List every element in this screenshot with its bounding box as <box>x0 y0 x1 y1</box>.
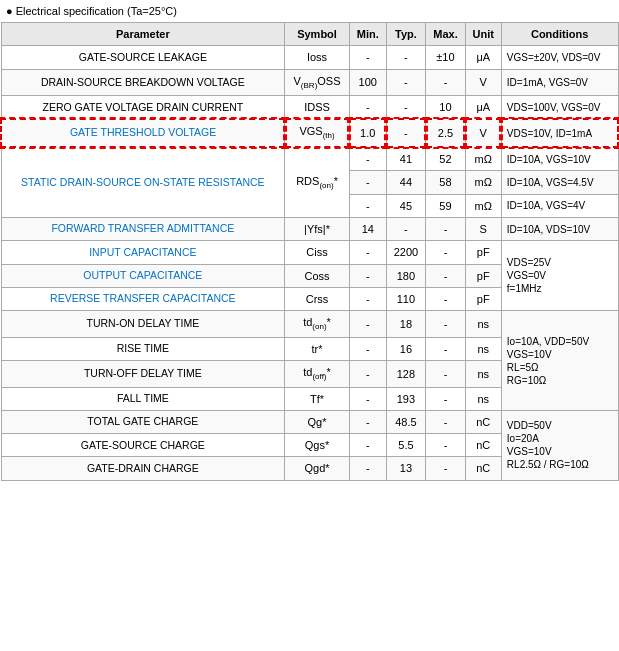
max-cell: - <box>426 434 466 457</box>
table-header-row: Parameter Symbol Min. Typ. Max. Unit Con… <box>1 23 618 46</box>
param-cell: GATE-SOURCE LEAKAGE <box>1 46 285 69</box>
symbol-cell: Qgs* <box>285 434 350 457</box>
symbol-cell: tr* <box>285 337 350 360</box>
col-unit: Unit <box>465 23 501 46</box>
symbol-cell: VGS(th) <box>285 119 350 147</box>
typ-cell: 180 <box>386 264 426 287</box>
unit-cell: μA <box>465 46 501 69</box>
col-parameter: Parameter <box>1 23 285 46</box>
max-cell: - <box>426 241 466 264</box>
conditions-cell: Io=10A, VDD=50VVGS=10VRL=5ΩRG=10Ω <box>501 311 618 411</box>
unit-cell: pF <box>465 264 501 287</box>
conditions-cell: VDS=100V, VGS=0V <box>501 96 618 120</box>
param-cell: INPUT CAPACITANCE <box>1 241 285 264</box>
min-cell: - <box>349 434 386 457</box>
min-cell: - <box>349 311 386 338</box>
min-cell: - <box>349 457 386 480</box>
max-cell: - <box>426 337 466 360</box>
typ-cell: 2200 <box>386 241 426 264</box>
unit-cell: V <box>465 69 501 96</box>
col-max: Max. <box>426 23 466 46</box>
param-cell: DRAIN-SOURCE BREAKDOWN VOLTAGE <box>1 69 285 96</box>
col-typ: Typ. <box>386 23 426 46</box>
min-cell: - <box>349 194 386 217</box>
min-cell: 100 <box>349 69 386 96</box>
unit-cell: pF <box>465 241 501 264</box>
max-cell: 52 <box>426 147 466 171</box>
table-row: DRAIN-SOURCE BREAKDOWN VOLTAGEV(BR)OSS10… <box>1 69 618 96</box>
min-cell: - <box>349 147 386 171</box>
unit-cell: V <box>465 119 501 147</box>
max-cell: - <box>426 69 466 96</box>
symbol-cell: Qg* <box>285 410 350 433</box>
symbol-cell: IDSS <box>285 96 350 120</box>
param-cell: TURN-OFF DELAY TIME <box>1 361 285 388</box>
typ-cell: 44 <box>386 171 426 194</box>
unit-cell: ns <box>465 387 501 410</box>
symbol-cell: td(on)* <box>285 311 350 338</box>
min-cell: - <box>349 171 386 194</box>
header-text: ● Electrical specification (Ta=25°C) <box>0 0 619 22</box>
conditions-cell: ID=10A, VGS=10V <box>501 147 618 171</box>
min-cell: - <box>349 410 386 433</box>
unit-cell: pF <box>465 287 501 310</box>
conditions-cell: ID=10A, VDS=10V <box>501 217 618 240</box>
symbol-cell: Ioss <box>285 46 350 69</box>
unit-cell: nC <box>465 410 501 433</box>
param-cell: STATIC DRAIN-SOURCE ON-STATE RESISTANCE <box>1 147 285 217</box>
min-cell: - <box>349 241 386 264</box>
table-row: INPUT CAPACITANCECiss-2200-pFVDS=25VVGS=… <box>1 241 618 264</box>
col-symbol: Symbol <box>285 23 350 46</box>
typ-cell: - <box>386 46 426 69</box>
typ-cell: 18 <box>386 311 426 338</box>
max-cell: 2.5 <box>426 119 466 147</box>
typ-cell: 41 <box>386 147 426 171</box>
min-cell: - <box>349 96 386 120</box>
typ-cell: - <box>386 217 426 240</box>
unit-cell: mΩ <box>465 147 501 171</box>
symbol-cell: td(off)* <box>285 361 350 388</box>
max-cell: - <box>426 361 466 388</box>
electrical-spec-table: Parameter Symbol Min. Typ. Max. Unit Con… <box>0 22 619 481</box>
table-row: TOTAL GATE CHARGEQg*-48.5-nCVDD=50VIo=20… <box>1 410 618 433</box>
table-row: FORWARD TRANSFER ADMITTANCE|Yfs|*14--SID… <box>1 217 618 240</box>
symbol-cell: Coss <box>285 264 350 287</box>
max-cell: - <box>426 264 466 287</box>
min-cell: - <box>349 264 386 287</box>
symbol-cell: Crss <box>285 287 350 310</box>
table-row: GATE-SOURCE LEAKAGEIoss--±10μAVGS=±20V, … <box>1 46 618 69</box>
col-min: Min. <box>349 23 386 46</box>
max-cell: - <box>426 410 466 433</box>
typ-cell: 110 <box>386 287 426 310</box>
typ-cell: 193 <box>386 387 426 410</box>
symbol-cell: V(BR)OSS <box>285 69 350 96</box>
conditions-cell: VDD=50VIo=20AVGS=10VRL2.5Ω / RG=10Ω <box>501 410 618 480</box>
unit-cell: μA <box>465 96 501 120</box>
param-cell: GATE-DRAIN CHARGE <box>1 457 285 480</box>
typ-cell: 5.5 <box>386 434 426 457</box>
min-cell: - <box>349 387 386 410</box>
max-cell: ±10 <box>426 46 466 69</box>
min-cell: - <box>349 46 386 69</box>
typ-cell: 45 <box>386 194 426 217</box>
conditions-cell: ID=1mA, VGS=0V <box>501 69 618 96</box>
conditions-cell: ID=10A, VGS=4.5V <box>501 171 618 194</box>
table-row: GATE THRESHOLD VOLTAGEVGS(th)1.0-2.5VVDS… <box>1 119 618 147</box>
symbol-cell: |Yfs|* <box>285 217 350 240</box>
conditions-cell: VDS=25VVGS=0Vf=1MHz <box>501 241 618 311</box>
unit-cell: mΩ <box>465 194 501 217</box>
unit-cell: S <box>465 217 501 240</box>
param-cell: ZERO GATE VOLTAGE DRAIN CURRENT <box>1 96 285 120</box>
header: ● Electrical specification (Ta=25°C) <box>0 0 619 22</box>
min-cell: - <box>349 337 386 360</box>
param-cell: RISE TIME <box>1 337 285 360</box>
min-cell: 14 <box>349 217 386 240</box>
max-cell: 59 <box>426 194 466 217</box>
unit-cell: mΩ <box>465 171 501 194</box>
table-row: TURN-ON DELAY TIMEtd(on)*-18-nsIo=10A, V… <box>1 311 618 338</box>
max-cell: 58 <box>426 171 466 194</box>
max-cell: - <box>426 217 466 240</box>
col-conditions: Conditions <box>501 23 618 46</box>
min-cell: 1.0 <box>349 119 386 147</box>
param-cell: GATE-SOURCE CHARGE <box>1 434 285 457</box>
